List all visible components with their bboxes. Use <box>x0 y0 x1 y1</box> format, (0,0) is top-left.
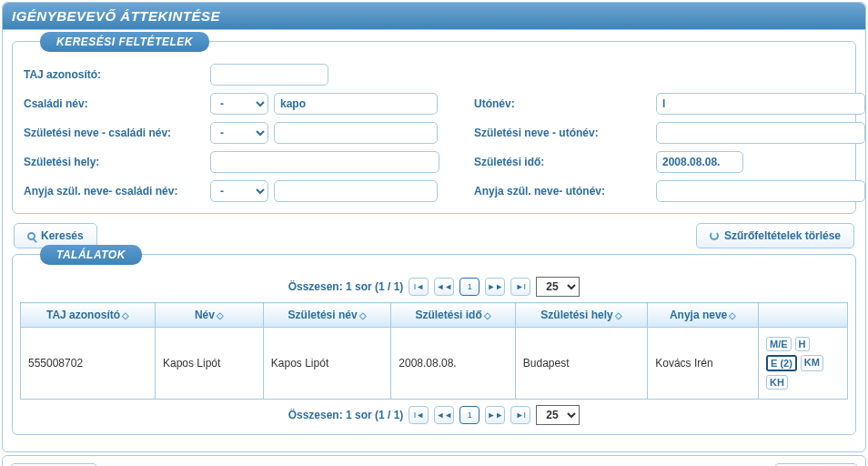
label-family-name: Családi név: <box>24 97 210 110</box>
pager-prev[interactable]: ◄◄ <box>434 278 454 296</box>
row-action-KM[interactable]: KM <box>801 355 823 371</box>
search-criteria-legend: Keresési feltételek <box>40 32 209 52</box>
label-birth-given-name: Születési neve - utónév: <box>474 127 656 139</box>
clear-filters-label: Szűrőfeltételek törlése <box>724 229 841 242</box>
pager-page-size[interactable]: 25 <box>536 277 580 297</box>
paginator-top: Összesen: 1 sor (1 / 1) I◄ ◄◄ 1 ►► ►I 25 <box>16 271 852 302</box>
pager-summary: Összesen: 1 sor (1 / 1) <box>288 280 404 293</box>
table-row[interactable]: 555008702Kapos LipótKapos Lipót2008.08.0… <box>21 328 848 400</box>
col-taj[interactable]: TAJ azonosító◇ <box>21 303 156 328</box>
label-mother-given: Anyja szül. neve- utónév: <box>474 185 656 198</box>
row-actions: M/EHE (2)KMKH <box>759 328 848 400</box>
label-birth-date: Születési idő: <box>474 156 656 168</box>
clear-filters-button[interactable]: Szűrőfeltételek törlése <box>696 223 854 248</box>
birth-given-input[interactable] <box>656 122 865 144</box>
mother-family-operator[interactable]: - <box>210 180 268 202</box>
search-icon <box>27 232 35 240</box>
sort-icon: ◇ <box>122 310 129 320</box>
sort-icon: ◇ <box>484 310 491 320</box>
row-action-H[interactable]: H <box>795 337 810 351</box>
birth-family-input[interactable] <box>274 122 438 144</box>
sort-icon: ◇ <box>729 310 736 320</box>
row-action-ME[interactable]: M/E <box>766 337 792 351</box>
pager-first[interactable]: I◄ <box>409 278 429 296</box>
family-name-operator[interactable]: - <box>210 93 268 115</box>
cell-sznev: Kapos Lipót <box>263 328 390 400</box>
pager-current[interactable]: 1 <box>459 278 479 296</box>
results-fieldset: Találatok Összesen: 1 sor (1 / 1) I◄ ◄◄ … <box>12 254 856 435</box>
label-birth-place: Születési hely: <box>24 156 210 168</box>
pager-current[interactable]: 1 <box>459 406 479 424</box>
pager-last[interactable]: ►I <box>510 278 530 296</box>
given-name-input[interactable] <box>656 93 865 115</box>
col-birth-name[interactable]: Születési név◇ <box>263 303 390 328</box>
search-criteria-fieldset: Keresési feltételek TAJ azonosító: Csalá… <box>12 41 856 214</box>
pager-last[interactable]: ►I <box>510 406 530 424</box>
col-birth-date[interactable]: Születési idő◇ <box>391 303 516 328</box>
pager-summary: Összesen: 1 sor (1 / 1) <box>288 409 404 421</box>
taj-input[interactable] <box>210 64 328 86</box>
cell-nev: Kapos Lipót <box>156 328 264 400</box>
refresh-icon <box>710 231 719 240</box>
label-birth-family-name: Születési neve - családi név: <box>24 127 210 139</box>
pager-page-size[interactable]: 25 <box>536 405 580 425</box>
birth-family-operator[interactable]: - <box>210 122 268 144</box>
pager-prev[interactable]: ◄◄ <box>434 406 454 424</box>
birth-date-input[interactable] <box>656 151 743 173</box>
cell-taj: 555008702 <box>21 328 156 400</box>
col-birth-place[interactable]: Születési hely◇ <box>515 303 647 328</box>
search-button-label: Keresés <box>41 229 84 242</box>
cell-szhely: Budapest <box>515 328 647 400</box>
pager-first[interactable]: I◄ <box>409 406 429 424</box>
pager-next[interactable]: ►► <box>485 278 505 296</box>
results-table: TAJ azonosító◇ Név◇ Születési név◇ Szüle… <box>20 302 848 400</box>
label-given-name: Utónév: <box>474 97 656 110</box>
page-title: Igénybevevő áttekintése <box>3 3 865 30</box>
label-taj: TAJ azonosító: <box>24 68 210 81</box>
sort-icon: ◇ <box>615 310 622 320</box>
col-mother-name[interactable]: Anyja neve◇ <box>648 303 759 328</box>
pager-next[interactable]: ►► <box>485 406 505 424</box>
label-mother-family: Anyja szül. neve- családi név: <box>24 185 210 198</box>
paginator-bottom: Összesen: 1 sor (1 / 1) I◄ ◄◄ 1 ►► ►I 25 <box>16 400 852 431</box>
results-legend: Találatok <box>40 245 142 265</box>
col-actions <box>759 303 848 328</box>
sort-icon: ◇ <box>217 310 224 320</box>
family-name-input[interactable] <box>274 93 438 115</box>
col-name[interactable]: Név◇ <box>156 303 264 328</box>
mother-family-input[interactable] <box>274 180 438 202</box>
cell-anyja: Kovács Irén <box>648 328 759 400</box>
row-action-E[interactable]: E (2) <box>766 355 797 371</box>
sort-icon: ◇ <box>359 310 367 320</box>
birth-place-input[interactable] <box>210 151 439 173</box>
mother-given-input[interactable] <box>656 180 865 202</box>
cell-szido: 2008.08.08. <box>391 328 516 400</box>
row-action-KH[interactable]: KH <box>766 375 788 390</box>
